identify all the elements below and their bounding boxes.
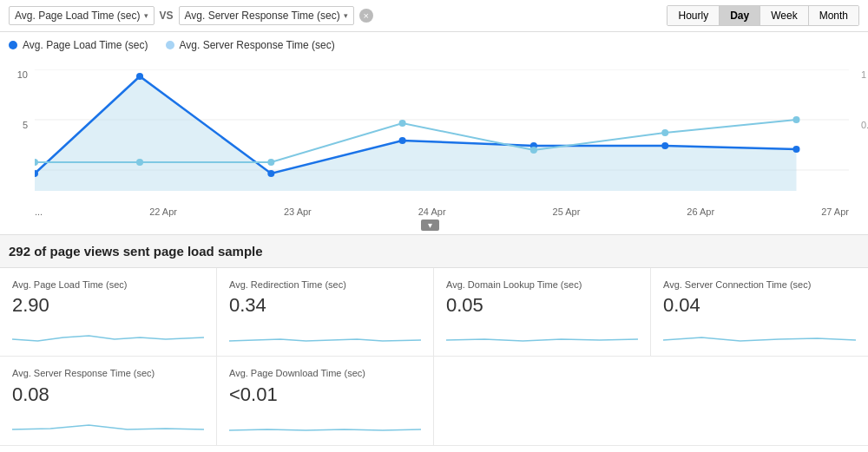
day-button[interactable]: Day <box>720 6 760 25</box>
metric-card-empty-1 <box>434 357 651 445</box>
metric1-dropdown[interactable]: Avg. Page Load Time (sec) ▾ <box>9 6 155 25</box>
sparkline-download-time <box>229 409 421 436</box>
x-label-2: 23 Apr <box>284 206 312 217</box>
main-chart <box>35 69 849 191</box>
metric2-chevron: ▾ <box>344 11 348 20</box>
metrics-grid-row1: Avg. Page Load Time (sec) 2.90 Avg. Redi… <box>0 268 868 357</box>
y-label-right-1: 1 <box>861 69 866 80</box>
time-controls: Hourly Day Week Month <box>667 5 859 26</box>
x-axis-labels: ... 22 Apr 23 Apr 24 Apr 25 Apr 26 Apr 2… <box>35 206 849 217</box>
hourly-button[interactable]: Hourly <box>667 6 720 25</box>
sparkline-redirection <box>229 320 421 346</box>
metric-card-domain-lookup: Avg. Domain Lookup Time (sec) 0.05 <box>434 268 651 357</box>
dp-light-6 <box>792 116 799 123</box>
metric1-chevron: ▾ <box>144 11 148 20</box>
dp-light-1 <box>136 159 143 166</box>
legend-label-load-time: Avg. Page Load Time (sec) <box>23 39 148 51</box>
metric-card-load-time: Avg. Page Load Time (sec) 2.90 <box>0 268 217 357</box>
dp-dark-1 <box>136 73 143 80</box>
dp-dark-3 <box>399 137 406 144</box>
metric-value-redirection: 0.34 <box>229 294 421 317</box>
remove-metric-button[interactable]: × <box>359 9 373 23</box>
chart-area-fill <box>35 76 796 191</box>
y-label-right-05: 0.5 <box>861 120 868 130</box>
metric-card-empty-2 <box>651 357 868 445</box>
metric-label-server-connection: Avg. Server Connection Time (sec) <box>663 278 856 291</box>
x-label-6: 27 Apr <box>821 206 849 217</box>
metric-value-server-response: 0.08 <box>12 383 204 406</box>
metrics-grid-row2: Avg. Server Response Time (sec) 0.08 Avg… <box>0 357 868 445</box>
legend-item-response-time: Avg. Server Response Time (sec) <box>166 39 335 51</box>
dp-light-3 <box>399 120 406 127</box>
metric2-dropdown[interactable]: Avg. Server Response Time (sec) ▾ <box>179 6 354 25</box>
summary-text: 292 of page views sent page load sample <box>9 244 263 259</box>
dp-dark-6 <box>792 146 799 153</box>
metric-label-load-time: Avg. Page Load Time (sec) <box>12 278 204 291</box>
sparkline-domain-lookup <box>446 320 638 346</box>
dp-light-4 <box>530 147 537 154</box>
dp-light-0 <box>35 159 38 166</box>
metric-value-load-time: 2.90 <box>12 294 204 317</box>
legend-dot-light <box>166 41 174 49</box>
legend-label-response-time: Avg. Server Response Time (sec) <box>180 39 335 51</box>
week-button[interactable]: Week <box>760 6 808 25</box>
metric-card-download-time: Avg. Page Download Time (sec) <0.01 <box>217 357 434 445</box>
metric2-label: Avg. Server Response Time (sec) <box>185 10 340 22</box>
x-label-1: 22 Apr <box>149 206 177 217</box>
metric-card-server-connection: Avg. Server Connection Time (sec) 0.04 <box>651 268 868 357</box>
legend-item-load-time: Avg. Page Load Time (sec) <box>9 39 148 51</box>
legend-dot-dark <box>9 41 17 49</box>
metric-value-download-time: <0.01 <box>229 383 421 406</box>
metric-selector: Avg. Page Load Time (sec) ▾ VS Avg. Serv… <box>9 6 373 25</box>
x-label-0: ... <box>35 206 43 217</box>
metric-card-redirection-time: Avg. Redirection Time (sec) 0.34 <box>217 268 434 357</box>
metric1-label: Avg. Page Load Time (sec) <box>15 10 141 22</box>
legend: Avg. Page Load Time (sec) Avg. Server Re… <box>0 32 868 58</box>
dp-dark-2 <box>267 170 274 177</box>
metric-label-server-response: Avg. Server Response Time (sec) <box>12 367 204 379</box>
x-label-4: 25 Apr <box>553 206 581 217</box>
metric-card-server-response: Avg. Server Response Time (sec) 0.08 <box>0 357 217 445</box>
summary-bar: 292 of page views sent page load sample <box>0 235 868 268</box>
metric-label-redirection: Avg. Redirection Time (sec) <box>229 278 421 291</box>
dp-light-5 <box>661 129 668 136</box>
x-label-5: 26 Apr <box>687 206 714 217</box>
metric-value-domain-lookup: 0.05 <box>446 294 638 317</box>
y-label-10: 10 <box>17 69 28 80</box>
metric-value-server-connection: 0.04 <box>663 294 856 317</box>
vs-label: VS <box>160 10 174 22</box>
x-label-3: 24 Apr <box>418 206 446 217</box>
month-button[interactable]: Month <box>809 6 858 25</box>
sparkline-server-connection <box>663 320 856 346</box>
dp-dark-5 <box>661 142 668 149</box>
scroll-indicator[interactable]: ▾ <box>421 219 439 231</box>
metric-label-download-time: Avg. Page Download Time (sec) <box>229 367 421 379</box>
dp-light-2 <box>267 159 274 166</box>
sparkline-server-response <box>12 409 204 436</box>
y-label-5: 5 <box>23 120 28 130</box>
top-bar: Avg. Page Load Time (sec) ▾ VS Avg. Serv… <box>0 0 868 32</box>
metric-label-domain-lookup: Avg. Domain Lookup Time (sec) <box>446 278 638 291</box>
sparkline-load-time <box>12 320 204 346</box>
